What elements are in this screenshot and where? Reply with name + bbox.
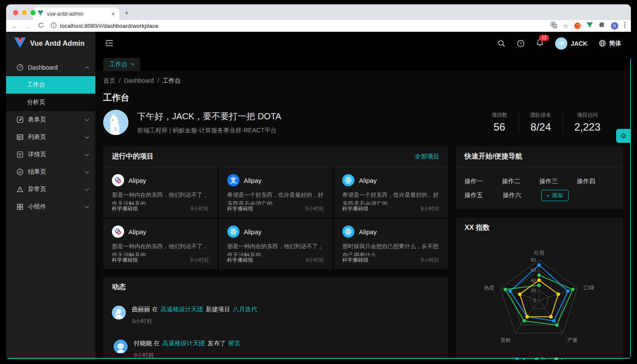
quicknav-link[interactable]: 操作三: [539, 178, 577, 185]
project-footer: 科学搬砖组9小时前: [227, 256, 324, 264]
quicknav-card-header: 快速开始/便捷导航: [456, 146, 623, 167]
quicknav-link[interactable]: 操作六: [503, 192, 541, 199]
activity-target-link[interactable]: 八月迭代: [233, 306, 257, 313]
quicknav-link[interactable]: 操作四: [577, 178, 614, 185]
back-icon[interactable]: ←: [11, 23, 18, 30]
activity-user[interactable]: 付晓晓: [134, 340, 152, 347]
scrollbar-vertical[interactable]: [630, 59, 631, 359]
project-name[interactable]: Alipay: [359, 177, 377, 184]
sidebar-item-list[interactable]: 列表页: [6, 128, 95, 146]
vue-favicon-icon: [37, 10, 44, 18]
quicknav-link[interactable]: 操作一: [465, 178, 502, 185]
forward-icon[interactable]: →: [24, 23, 31, 30]
new-tab-button[interactable]: +: [125, 9, 129, 17]
project-group-link[interactable]: 科学搬砖组: [112, 256, 138, 264]
sidebar-item-label: 结果页: [28, 168, 81, 176]
vue-logo-icon: [14, 37, 26, 50]
breadcrumb-home[interactable]: 首页: [103, 77, 115, 85]
project-tile[interactable]: Alipay那是一种内在的东西，他们到达不了，也无法触及的科学搬砖组9小时前: [103, 167, 218, 218]
project-name[interactable]: Alipay: [244, 177, 262, 184]
help-icon[interactable]: ?: [517, 40, 525, 47]
reload-icon[interactable]: [37, 22, 44, 30]
maximize-window-button[interactable]: [30, 10, 36, 15]
browser-tab[interactable]: vue-antd-admin ×: [33, 7, 119, 20]
stats-row: 项目数 56 团队排名 8/24 项目访问 2,223: [480, 111, 612, 133]
project-group-link[interactable]: 科学搬砖组: [342, 256, 368, 264]
projects-card-header: 进行中的项目 全部项目: [103, 146, 448, 167]
activity-team-link[interactable]: 高逼格设计天团: [162, 340, 205, 347]
activity-body: 曲丽丽 在 高逼格设计天团 新建项目 八月迭代 9小时前: [132, 306, 258, 325]
menu-fold-icon[interactable]: [105, 39, 114, 48]
quicknav-card-title: 快速开始/便捷导航: [465, 152, 614, 161]
sidebar-item-exception[interactable]: 异常页: [6, 181, 95, 198]
sidebar-item-result[interactable]: 结果页: [6, 163, 95, 181]
app-logo[interactable]: Vue Antd Admin: [6, 32, 95, 55]
project-tile-top: Alipay: [112, 226, 209, 238]
stat-rank: 团队排名 8/24: [519, 111, 563, 133]
breadcrumb-dashboard[interactable]: Dashboard: [124, 77, 154, 85]
scrollbar-horizontal[interactable]: [6, 358, 631, 359]
translate-icon[interactable]: [550, 22, 557, 30]
project-time: 9小时前: [421, 205, 439, 212]
tab-close-icon[interactable]: ×: [131, 61, 134, 67]
project-name[interactable]: Alipay: [244, 228, 262, 236]
tab-close-icon[interactable]: ×: [111, 11, 115, 17]
table-icon: [17, 134, 24, 141]
all-projects-link[interactable]: 全部项目: [415, 153, 439, 161]
project-tile[interactable]: 支Alipay希望是一个好东西，也许是最好的，好东西是不会消亡的科学搬砖组9小时…: [219, 167, 333, 218]
project-name[interactable]: Alipay: [128, 177, 146, 184]
activity-action: 发布了: [208, 340, 226, 347]
project-group-link[interactable]: 科学搬砖组: [227, 205, 253, 212]
project-tile[interactable]: Alipay那时候我只会想自己想要什么，从不想自己拥有什么科学搬砖组9小时前: [334, 219, 448, 269]
sidebar-item-widgets[interactable]: 小组件: [6, 198, 95, 216]
page-tab-workplace[interactable]: 工作台 ×: [103, 58, 140, 71]
extensions-puzzle-icon[interactable]: [599, 22, 605, 30]
extension-vue-icon[interactable]: [586, 22, 593, 30]
project-desc: 希望是一个好东西，也许是最好的，好东西是不会消亡的: [342, 191, 439, 205]
project-tile[interactable]: Alipay那是一种内在的东西，他们到达不了，也无法触及的科学搬砖组9小时前: [219, 219, 333, 269]
project-group-link[interactable]: 科学搬砖组: [227, 256, 253, 264]
info-icon[interactable]: [51, 22, 57, 30]
chevron-down-icon: [85, 152, 89, 156]
sidebar-item-workplace[interactable]: 工作台: [6, 76, 95, 94]
sidebar-item-analysis[interactable]: 分析页: [6, 94, 95, 111]
page-tab-label: 工作台: [109, 61, 128, 68]
project-name[interactable]: Alipay: [128, 228, 146, 236]
page-content: 首页/ Dashboard/ 工作台 工作台 下午好，JACK，要不要打一把 D…: [95, 71, 631, 360]
project-footer: 科学搬砖组9小时前: [112, 256, 209, 264]
project-desc: 那是一种内在的东西，他们到达不了，也无法触及的: [112, 242, 209, 256]
bookmark-star-icon[interactable]: ☆: [563, 22, 569, 30]
sidebar-item-form[interactable]: 表单页: [6, 111, 95, 128]
project-tile-top: Alipay: [227, 226, 324, 238]
close-window-button[interactable]: [13, 10, 18, 15]
quicknav-link[interactable]: 操作五: [465, 192, 503, 199]
quicknav-link[interactable]: 操作二: [502, 178, 539, 185]
project-tile[interactable]: Alipay那是一种内在的东西，他们到达不了，也无法触及的科学搬砖组9小时前: [103, 219, 218, 269]
radar-body: 020406080引用口碑产量贡献热度 abc: [456, 239, 623, 360]
browser-profile-avatar[interactable]: h: [611, 22, 618, 30]
activity-target-link[interactable]: 留言: [229, 340, 241, 347]
kebab-menu-icon[interactable]: [624, 22, 626, 30]
search-icon[interactable]: [498, 40, 506, 47]
activity-user[interactable]: 曲丽丽: [132, 306, 150, 313]
project-group-link[interactable]: 科学搬砖组: [112, 205, 138, 212]
url-text: localhost:8080/#/dashboard/workplace: [60, 23, 158, 29]
dashboard-grid: 进行中的项目 全部项目 Alipay那是一种内在的东西，他们到达不了，也无法触及…: [103, 146, 623, 360]
language-switcher[interactable]: 简体: [599, 40, 621, 47]
antdesign-icon: [112, 226, 124, 238]
project-group-link[interactable]: 科学搬砖组: [342, 205, 368, 212]
minimize-window-button[interactable]: [22, 10, 27, 15]
project-tile[interactable]: Alipay希望是一个好东西，也许是最好的，好东西是不会消亡的科学搬砖组9小时前: [334, 167, 448, 218]
user-menu[interactable]: JACK: [555, 37, 587, 50]
activity-item: 付晓晓 在 高逼格设计天团 发布了 留言 9小时前: [105, 331, 446, 360]
radar-card: XX 指数 020406080引用口碑产量贡献热度 abc: [456, 218, 623, 360]
add-button[interactable]: + 添加: [541, 190, 569, 201]
activity-team-link[interactable]: 高逼格设计天团: [161, 306, 203, 313]
notification-bell[interactable]: 12: [536, 39, 544, 48]
sidebar-item-detail[interactable]: 详情页: [6, 146, 95, 163]
theme-settings-button[interactable]: [616, 129, 631, 143]
project-name[interactable]: Alipay: [359, 228, 377, 236]
sidebar-item-dashboard[interactable]: Dashboard: [6, 59, 95, 76]
url-field[interactable]: localhost:8080/#/dashboard/workplace: [51, 22, 544, 30]
extension-orange-icon[interactable]: [574, 23, 581, 29]
